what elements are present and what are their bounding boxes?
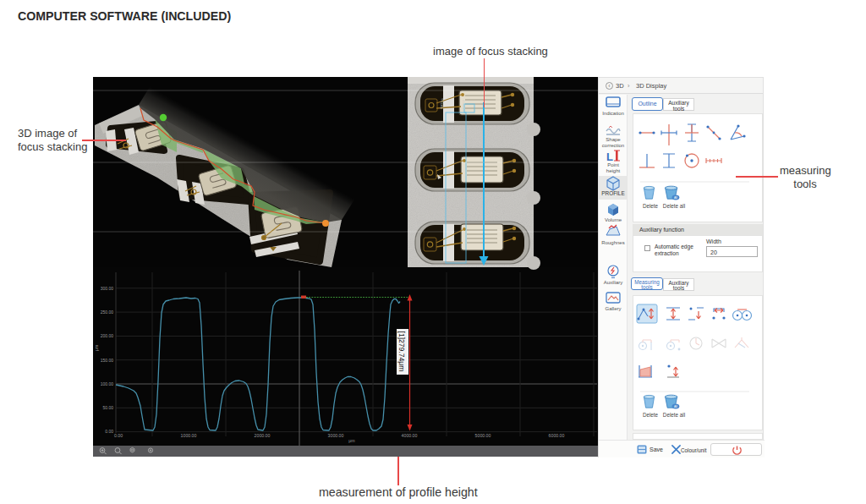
svg-text:5000.00: 5000.00 xyxy=(475,433,491,438)
svg-text:4000.00: 4000.00 xyxy=(402,433,418,438)
svg-text:[1]279.74μm: [1]279.74μm xyxy=(397,331,406,372)
svg-text:μm: μm xyxy=(348,438,354,443)
svg-text:0.00: 0.00 xyxy=(114,433,123,438)
svg-text:0.00: 0.00 xyxy=(105,429,113,434)
svg-text:2000.00: 2000.00 xyxy=(255,433,271,438)
svg-text:3000.00: 3000.00 xyxy=(328,433,344,438)
svg-text:150.00: 150.00 xyxy=(101,358,114,363)
svg-text:200.00: 200.00 xyxy=(101,333,114,338)
svg-text:μm: μm xyxy=(94,345,99,351)
svg-text:300.00: 300.00 xyxy=(101,286,114,291)
svg-text:L: L xyxy=(606,151,613,163)
svg-text:SM23us: SM23us xyxy=(441,98,444,109)
svg-text:All: All xyxy=(674,405,677,408)
svg-text:1000.00: 1000.00 xyxy=(181,433,197,438)
svg-text:6000.00: 6000.00 xyxy=(549,433,565,438)
svg-text:All: All xyxy=(674,196,677,200)
svg-text:250.00: 250.00 xyxy=(101,310,114,315)
svg-text:100.00: 100.00 xyxy=(101,381,114,386)
svg-text:50.00: 50.00 xyxy=(102,405,113,410)
